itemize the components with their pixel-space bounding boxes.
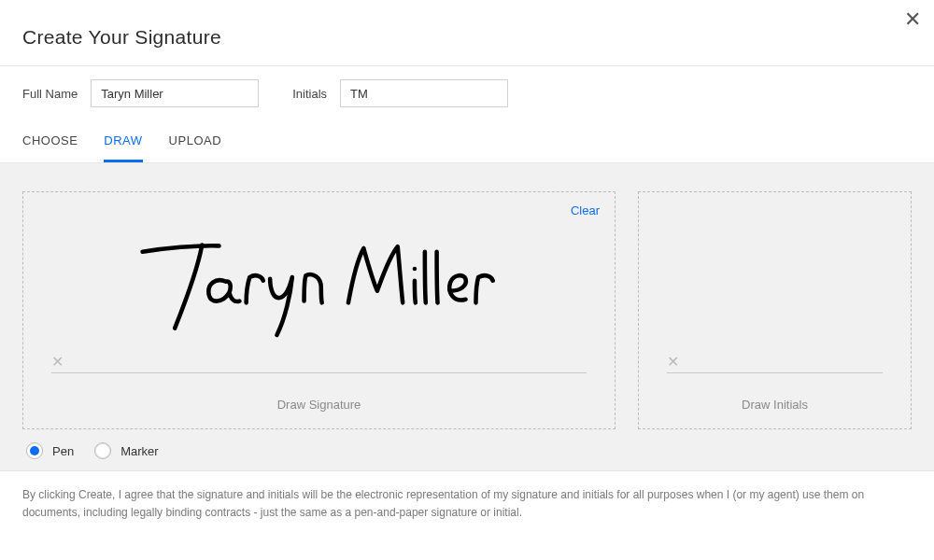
signature-baseline (51, 372, 587, 373)
name-fields: Full Name Initials (0, 66, 934, 120)
pen-label: Pen (52, 444, 74, 458)
signature-caption: Draw Signature (23, 385, 615, 428)
modal-title: Create Your Signature (22, 26, 912, 49)
initials-caption: Draw Initials (639, 385, 911, 428)
draw-area: Clear (0, 163, 934, 470)
signature-modal: ✕ Create Your Signature Full Name Initia… (0, 0, 934, 560)
baseline-x-icon: ✕ (51, 355, 64, 370)
tabs-container: CHOOSE DRAW UPLOAD (0, 120, 934, 163)
tab-choose[interactable]: CHOOSE (22, 120, 78, 162)
baseline-x-icon: ✕ (667, 355, 679, 370)
initials-input[interactable] (340, 79, 508, 107)
initials-canvas-box: ✕ Draw Initials (638, 191, 912, 429)
pen-radio[interactable] (26, 442, 43, 459)
marker-radio[interactable] (94, 442, 111, 459)
drawing-tools: Pen Marker (22, 429, 912, 459)
signature-canvas-box: Clear (22, 191, 616, 429)
initials-canvas[interactable] (639, 192, 911, 354)
full-name-label: Full Name (22, 87, 78, 101)
marker-label: Marker (120, 444, 158, 458)
modal-header: Create Your Signature (0, 0, 934, 65)
handwritten-signature (23, 192, 615, 354)
tab-upload[interactable]: UPLOAD (169, 120, 221, 162)
full-name-input[interactable] (91, 79, 259, 107)
tab-draw[interactable]: DRAW (104, 120, 142, 162)
disclaimer-text: By clicking Create, I agree that the sig… (0, 470, 934, 521)
initials-baseline (667, 372, 883, 373)
initials-label: Initials (292, 87, 327, 101)
signature-canvas[interactable] (23, 192, 615, 354)
close-icon[interactable]: ✕ (904, 9, 921, 30)
